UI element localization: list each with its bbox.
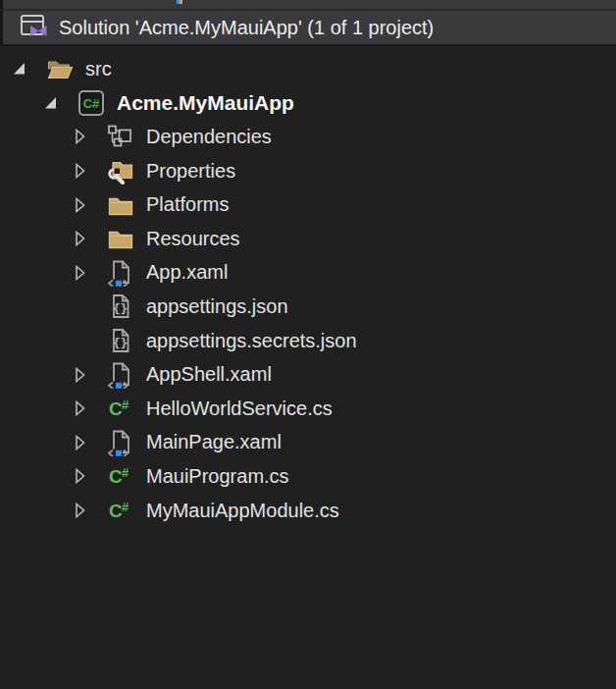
folder-open-icon	[46, 55, 74, 82]
expander-collapsed-icon[interactable]	[74, 230, 101, 247]
tree-item-label: appsettings.json	[146, 295, 288, 318]
tree-item-mymauiappmodule-cs[interactable]: C#MyMauiAppModule.cs	[0, 494, 616, 528]
expander-expanded-icon[interactable]	[13, 60, 40, 78]
svg-text:#: #	[122, 398, 129, 412]
svg-text:#: #	[122, 465, 129, 480]
expander-collapsed-icon[interactable]	[74, 434, 101, 451]
svg-text:C#: C#	[83, 96, 100, 111]
tree-item-appsettings-secrets-json[interactable]: {}appsettings.secrets.json	[0, 324, 616, 358]
xaml-file-icon	[107, 259, 134, 287]
tree-item-label: Properties	[146, 160, 235, 183]
tree-item-label: Dependencies	[146, 126, 272, 148]
csharp-project-icon: C#	[77, 89, 105, 117]
svg-text:C: C	[109, 466, 123, 487]
expander-collapsed-icon[interactable]	[74, 162, 101, 180]
visual-studio-solution-icon	[18, 13, 51, 42]
expander-expanded-icon[interactable]	[44, 94, 72, 112]
csharp-file-icon: C#	[107, 497, 134, 524]
svg-text:C: C	[109, 398, 123, 419]
tree-item-app-xaml[interactable]: App.xaml	[0, 256, 616, 291]
tree-item-properties[interactable]: Properties	[0, 154, 616, 188]
solution-title: Solution 'Acme.MyMauiApp' (1 of 1 projec…	[59, 17, 434, 39]
tree-item-label: AppShell.xaml	[146, 363, 272, 386]
expander-collapsed-icon[interactable]	[74, 467, 101, 485]
solution-node[interactable]: Solution 'Acme.MyMauiApp' (1 of 1 projec…	[0, 11, 616, 44]
tree-item-label: App.xaml	[146, 261, 228, 284]
expander-collapsed-icon[interactable]	[74, 196, 101, 214]
folder-icon	[107, 191, 134, 219]
json-file-icon: {}	[107, 327, 134, 354]
tree-item-label: MainPage.xaml	[146, 431, 282, 453]
tree-item-label: HelloWorldService.cs	[146, 398, 333, 420]
expander-placeholder	[74, 332, 101, 349]
clipped-toolbar-icon-fragment	[180, 0, 182, 4]
toolbar-strip	[0, 0, 616, 9]
tree-item-helloworldservice-cs[interactable]: C#HelloWorldService.cs	[0, 392, 616, 426]
expander-collapsed-icon[interactable]	[74, 399, 101, 417]
tree-item-mauiprogram-cs[interactable]: C#MauiProgram.cs	[0, 459, 616, 494]
svg-text:{}: {}	[113, 301, 128, 316]
tree-item-label: Acme.MyMauiApp	[117, 91, 294, 115]
tree-item-mainpage-xaml[interactable]: MainPage.xaml	[0, 426, 616, 460]
tree-item-label: appsettings.secrets.json	[146, 330, 357, 352]
solution-explorer-tree: srcC#Acme.MyMauiAppDependenciesPropertie…	[0, 46, 616, 527]
svg-text:#: #	[122, 500, 129, 514]
folder-icon	[107, 225, 134, 252]
tree-item-label: MauiProgram.cs	[146, 465, 289, 488]
csharp-file-icon: C#	[107, 462, 134, 490]
tree-item-platforms[interactable]: Platforms	[0, 187, 616, 222]
expander-collapsed-icon[interactable]	[74, 366, 101, 384]
expander-placeholder	[74, 297, 101, 315]
tree-item-appshell-xaml[interactable]: AppShell.xaml	[0, 357, 616, 392]
json-file-icon: {}	[107, 292, 134, 320]
tree-item-appsettings-json[interactable]: {}appsettings.json	[0, 290, 616, 324]
expander-collapsed-icon[interactable]	[74, 502, 101, 519]
tree-item-label: Resources	[146, 228, 240, 250]
solution-explorer-panel: Solution 'Acme.MyMauiApp' (1 of 1 projec…	[0, 0, 616, 689]
tree-item-src[interactable]: src	[0, 52, 616, 86]
tree-item-resources[interactable]: Resources	[0, 222, 616, 256]
tree-item-label: Platforms	[146, 193, 229, 216]
tree-item-label: MyMauiAppModule.cs	[146, 500, 339, 522]
xaml-file-icon	[107, 361, 134, 389]
tree-item-acme-mymauiapp[interactable]: C#Acme.MyMauiApp	[0, 86, 616, 121]
expander-collapsed-icon[interactable]	[74, 128, 101, 145]
tree-item-label: src	[85, 58, 112, 80]
properties-wrench-icon	[107, 157, 134, 185]
svg-text:C: C	[109, 501, 123, 521]
csharp-file-icon: C#	[107, 395, 134, 422]
tree-item-dependencies[interactable]: Dependencies	[0, 120, 616, 154]
dependencies-icon	[107, 123, 134, 150]
xaml-file-icon	[107, 429, 134, 456]
expander-collapsed-icon[interactable]	[74, 264, 101, 282]
svg-text:{}: {}	[113, 336, 128, 350]
